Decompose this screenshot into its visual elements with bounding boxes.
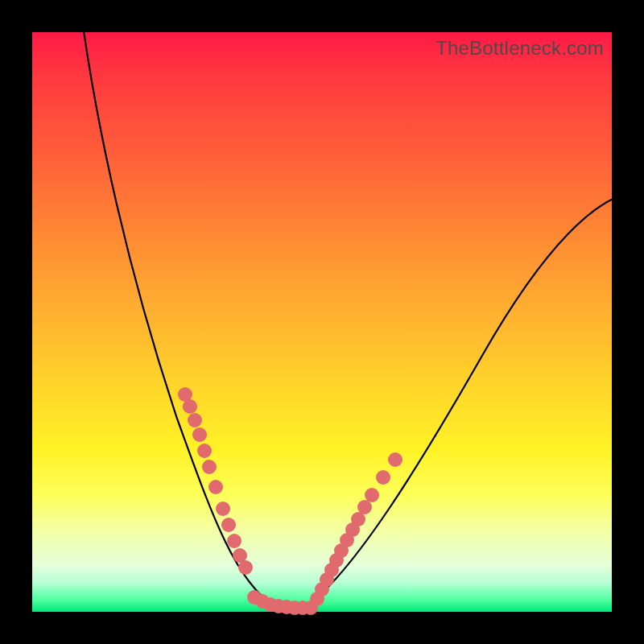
marker-group-trough [247, 590, 318, 615]
svg-point-9 [227, 534, 242, 548]
svg-point-7 [216, 502, 230, 516]
svg-point-3 [192, 427, 207, 442]
marker-group-right [310, 452, 402, 606]
svg-point-32 [388, 452, 402, 467]
svg-point-2 [188, 413, 202, 427]
svg-point-11 [238, 560, 253, 575]
chart-svg [32, 32, 612, 612]
svg-point-8 [221, 518, 236, 532]
svg-point-31 [376, 470, 390, 485]
svg-point-29 [357, 500, 372, 514]
svg-point-30 [365, 488, 379, 502]
svg-point-4 [197, 444, 212, 458]
plot-area: TheBottleneck.com [32, 32, 612, 612]
svg-point-6 [208, 480, 223, 494]
svg-point-1 [183, 399, 197, 414]
marker-group-left [178, 387, 253, 575]
svg-point-5 [202, 460, 217, 474]
